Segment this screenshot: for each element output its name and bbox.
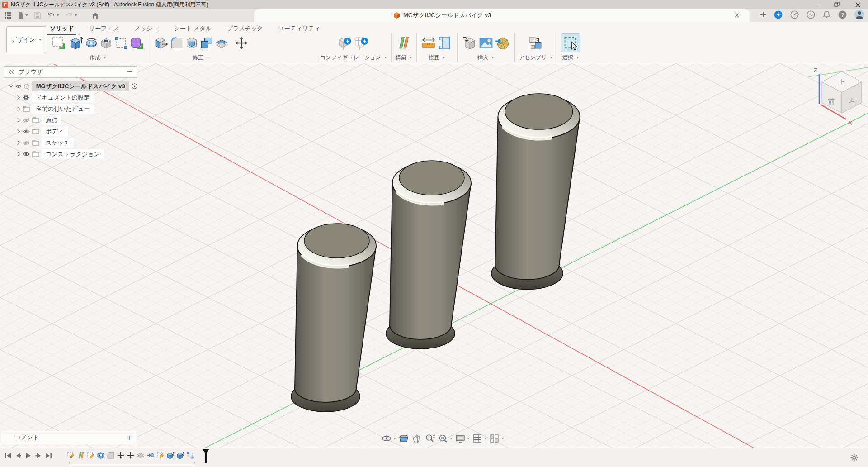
browser-root-row[interactable]: MGザクⅡJCシールドスパイク v3: [4, 81, 137, 92]
group-label-inspect[interactable]: 検査: [429, 53, 445, 62]
press-pull-button[interactable]: [153, 35, 169, 51]
group-label-create[interactable]: 作成: [90, 53, 106, 62]
fit-button[interactable]: [438, 434, 453, 443]
pan-button[interactable]: [411, 434, 422, 443]
group-label-modify[interactable]: 修正: [193, 53, 209, 62]
timeline-shell-icon[interactable]: [137, 451, 145, 459]
app-launcher-button[interactable]: [5, 12, 11, 19]
timeline-plane-icon[interactable]: [77, 451, 85, 459]
new-component-button[interactable]: [528, 35, 543, 51]
move-copy-button[interactable]: [234, 36, 249, 50]
chevron-right-icon[interactable]: [17, 106, 20, 111]
undo-button[interactable]: [47, 12, 59, 19]
offset-face-button[interactable]: [215, 36, 228, 50]
browser-row-origin[interactable]: 原点: [4, 114, 137, 126]
configuration-table-button[interactable]: [354, 35, 369, 51]
create-sketch-button[interactable]: [51, 35, 66, 51]
timeline-hole-icon[interactable]: [97, 451, 105, 459]
section-analysis-button[interactable]: [438, 35, 453, 51]
revolve-button[interactable]: [85, 36, 98, 50]
eye-icon[interactable]: [23, 152, 30, 157]
group-label-configuration[interactable]: コンフィギュレーション: [320, 53, 387, 62]
orbit-button[interactable]: [381, 434, 396, 443]
3d-viewport[interactable]: 上 前 右 Z X ブラウザ MGザクⅡJCシールドスパイク v3: [0, 63, 868, 448]
help-button[interactable]: ?: [838, 10, 847, 21]
timeline-sketch-icon[interactable]: [87, 451, 95, 459]
chevron-down-icon[interactable]: [9, 85, 13, 88]
document-tab[interactable]: MGザクIIJCシールドスパイク v3: [254, 9, 750, 22]
step-back-button[interactable]: [15, 453, 21, 459]
browser-row-sketches[interactable]: スケッチ: [4, 137, 137, 148]
comment-bar[interactable]: コメント +: [1, 431, 137, 444]
chevron-right-icon[interactable]: [17, 152, 20, 157]
viewports-button[interactable]: [489, 434, 504, 443]
insert-canvas-button[interactable]: [478, 35, 494, 51]
look-at-button[interactable]: [398, 434, 409, 443]
fillet-button[interactable]: [170, 36, 184, 50]
browser-row-construction[interactable]: コンストラクション: [4, 148, 137, 160]
construct-plane-button[interactable]: [396, 35, 411, 51]
display-settings-button[interactable]: [455, 434, 470, 443]
group-label-select[interactable]: 選択: [562, 53, 579, 62]
minimize-button[interactable]: [806, 0, 826, 9]
create-form-button[interactable]: [129, 35, 145, 51]
insert-mesh-button[interactable]: [495, 35, 510, 51]
timeline-extrude-icon[interactable]: [166, 451, 175, 459]
chevron-right-icon[interactable]: [17, 95, 20, 100]
restore-button[interactable]: [826, 0, 847, 9]
browser-row-named-views[interactable]: 名前の付いたビュー: [4, 103, 137, 114]
home-button[interactable]: [92, 12, 99, 19]
pattern-button[interactable]: [114, 36, 128, 50]
grid-settings-button[interactable]: [472, 434, 487, 443]
timeline-fillet-icon[interactable]: [107, 451, 115, 459]
eye-icon[interactable]: [15, 84, 22, 89]
shell-button[interactable]: [185, 36, 198, 50]
browser-row-bodies[interactable]: ボディ: [4, 126, 137, 137]
eye-off-icon[interactable]: [23, 118, 30, 123]
history-button[interactable]: [807, 10, 815, 21]
save-button[interactable]: [34, 12, 41, 19]
timeline-position-marker[interactable]: [201, 449, 211, 465]
select-button[interactable]: [561, 33, 580, 52]
eye-icon[interactable]: [23, 129, 30, 134]
tab-close-button[interactable]: [734, 12, 740, 20]
play-button[interactable]: [25, 453, 31, 459]
redo-button[interactable]: [66, 12, 77, 19]
timeline-align-icon[interactable]: [146, 451, 155, 459]
chevron-right-icon[interactable]: [17, 140, 20, 145]
new-tab-button[interactable]: [760, 11, 766, 19]
add-comment-button[interactable]: +: [127, 434, 132, 442]
file-menu-button[interactable]: [18, 12, 28, 19]
step-forward-button[interactable]: [35, 453, 41, 459]
timeline-move-icon[interactable]: [117, 451, 125, 459]
collapse-panel-icon[interactable]: [9, 70, 14, 74]
group-label-insert[interactable]: 挿入: [477, 53, 494, 62]
timeline-sketch-icon[interactable]: [156, 451, 165, 459]
notifications-button[interactable]: [823, 10, 830, 20]
timeline-settings-button[interactable]: [850, 454, 858, 463]
browser-row-document-settings[interactable]: ドキュメントの設定: [4, 92, 137, 103]
timeline-sketch-icon[interactable]: [67, 451, 75, 459]
eye-off-icon[interactable]: [23, 140, 30, 146]
measure-button[interactable]: [421, 35, 436, 51]
chevron-right-icon[interactable]: [17, 118, 20, 123]
go-to-end-button[interactable]: [45, 453, 52, 459]
activate-component-icon[interactable]: [132, 83, 137, 90]
job-status-button[interactable]: [774, 10, 783, 21]
timeline-pattern-icon[interactable]: [186, 451, 194, 459]
minimize-panel-icon[interactable]: [127, 71, 132, 73]
group-label-assemble[interactable]: アセンブリ: [519, 53, 552, 62]
timeline-move-icon[interactable]: [127, 451, 135, 459]
extrude-button[interactable]: [68, 35, 83, 51]
workspace-selector[interactable]: デザイン: [6, 26, 46, 53]
chevron-right-icon[interactable]: [17, 129, 20, 134]
insert-derive-button[interactable]: [462, 35, 477, 51]
go-to-start-button[interactable]: [5, 453, 11, 459]
hole-button[interactable]: [99, 36, 113, 50]
close-button[interactable]: [847, 0, 868, 9]
zoom-button[interactable]: [425, 434, 435, 443]
extensions-button[interactable]: [790, 10, 799, 21]
user-avatar[interactable]: [854, 10, 864, 21]
group-label-construct[interactable]: 構築: [396, 53, 412, 62]
combine-button[interactable]: [200, 36, 213, 50]
